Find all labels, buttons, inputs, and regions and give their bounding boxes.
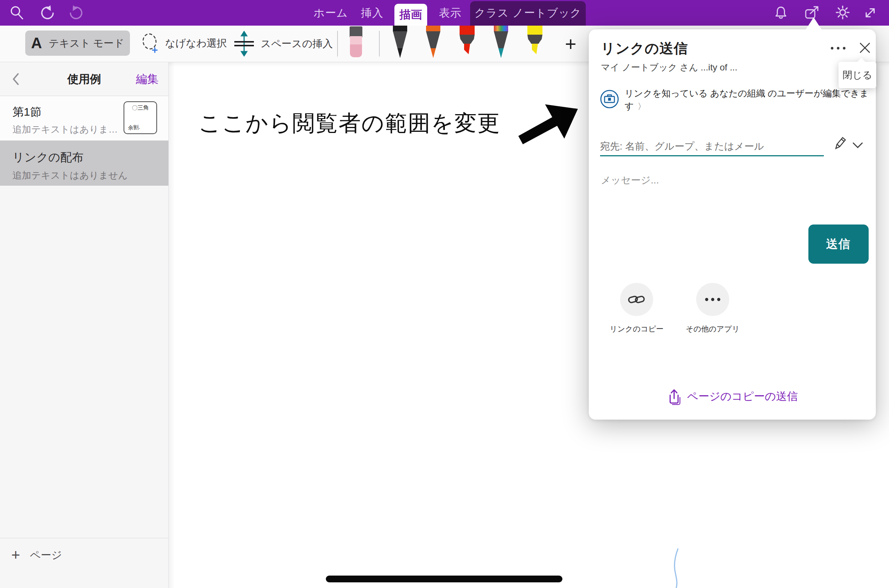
text-mode-a-icon: A bbox=[31, 35, 42, 52]
canvas-annotation-text: ここから閲覧者の範囲を変更 bbox=[199, 108, 500, 139]
page-title: リンクの配布 bbox=[12, 150, 84, 165]
thumbnail-handwriting: 余割. bbox=[128, 124, 140, 131]
page-title: 第1節 bbox=[12, 104, 41, 120]
copy-link-label: リンクのコピー bbox=[605, 324, 668, 334]
tab-view[interactable]: 表示 bbox=[436, 0, 464, 26]
redo-icon[interactable] bbox=[68, 5, 84, 21]
eraser-tool[interactable] bbox=[347, 26, 365, 60]
top-app-bar: ホーム 挿入 描画 表示 クラス ノートブック bbox=[0, 0, 889, 26]
page-subtitle: 追加テキストはありま… bbox=[12, 123, 118, 136]
red-highlighter[interactable] bbox=[457, 26, 478, 60]
more-apps-button[interactable] bbox=[696, 283, 729, 316]
dialog-title: リンクの送信 bbox=[601, 39, 688, 58]
sidebar-header: 使用例 編集 bbox=[0, 62, 168, 96]
expand-icon[interactable] bbox=[862, 5, 878, 21]
close-tooltip: 閉じる bbox=[839, 62, 876, 88]
tab-draw[interactable]: 描画 bbox=[394, 4, 427, 26]
gear-icon[interactable] bbox=[835, 5, 851, 20]
lasso-icon bbox=[140, 32, 160, 54]
close-icon[interactable] bbox=[857, 40, 873, 56]
notebook-scope-subtitle: マイ ノートブック さん ...ity of ... bbox=[601, 61, 737, 73]
toolbar-divider bbox=[337, 31, 338, 57]
toolbar-divider bbox=[379, 31, 380, 57]
tab-class-notebook[interactable]: クラス ノートブック bbox=[470, 1, 586, 26]
page-list-item[interactable]: 第1節 追加テキストはありま… 〇三角 余割. bbox=[0, 96, 168, 141]
page-subtitle: 追加テキストはありません bbox=[12, 169, 128, 182]
plus-icon: + bbox=[11, 547, 20, 564]
more-apps-label: その他のアプリ bbox=[681, 324, 744, 334]
search-icon[interactable] bbox=[9, 5, 25, 21]
lasso-select-label: なげなわ選択 bbox=[165, 37, 227, 50]
sidebar-footer: + ページ bbox=[0, 538, 168, 588]
thumbnail-handwriting: 〇三角 bbox=[124, 104, 157, 112]
insert-space-icon bbox=[233, 31, 255, 57]
orange-pen[interactable] bbox=[423, 26, 443, 60]
lasso-select-button[interactable]: なげなわ選択 bbox=[140, 32, 227, 54]
insert-space-label: スペースの挿入 bbox=[261, 37, 333, 50]
ink-stroke-line bbox=[326, 576, 562, 582]
recipient-input[interactable] bbox=[600, 137, 824, 156]
text-mode-button[interactable]: A テキスト モード bbox=[25, 31, 130, 56]
page-thumbnail: 〇三角 余割. bbox=[124, 101, 157, 134]
popover-caret bbox=[805, 17, 822, 30]
add-page-label: ページ bbox=[30, 548, 62, 562]
upload-icon bbox=[667, 388, 682, 405]
insert-space-button[interactable]: スペースの挿入 bbox=[233, 31, 333, 57]
chevron-right-icon: 〉 bbox=[638, 102, 646, 111]
edit-button[interactable]: 編集 bbox=[136, 62, 159, 96]
rainbow-pen[interactable] bbox=[491, 26, 511, 60]
copy-link-button[interactable] bbox=[620, 283, 653, 316]
tab-insert[interactable]: 挿入 bbox=[359, 0, 386, 26]
add-page-button[interactable]: + ページ bbox=[11, 547, 62, 564]
page-list-item-selected[interactable]: リンクの配布 追加テキストはありません bbox=[0, 141, 168, 186]
send-page-copy-label: ページのコピーの送信 bbox=[687, 389, 798, 404]
link-icon bbox=[628, 293, 646, 306]
message-input[interactable] bbox=[601, 172, 834, 188]
undo-icon[interactable] bbox=[39, 5, 56, 21]
pen-row bbox=[390, 26, 545, 60]
pencil-icon[interactable] bbox=[832, 136, 848, 152]
tab-home[interactable]: ホーム bbox=[313, 0, 348, 26]
more-options-icon[interactable] bbox=[827, 44, 849, 53]
send-page-copy-link[interactable]: ページのコピーの送信 bbox=[589, 388, 876, 405]
arrow-annotation bbox=[515, 100, 583, 147]
send-link-dialog: リンクの送信 マイ ノートブック さん ...ity of ... リンクを知っ… bbox=[589, 29, 876, 420]
bell-icon[interactable] bbox=[773, 5, 788, 21]
yellow-highlighter[interactable] bbox=[524, 26, 545, 60]
page-list-sidebar: 使用例 編集 第1節 追加テキストはありま… 〇三角 余割. リンクの配布 追加… bbox=[0, 62, 169, 588]
add-pen-button[interactable]: + bbox=[561, 32, 581, 57]
briefcase-icon[interactable] bbox=[600, 89, 619, 109]
tooltip-label: 閉じる bbox=[839, 62, 876, 88]
ellipsis-icon bbox=[704, 297, 721, 302]
black-pen[interactable] bbox=[390, 26, 410, 60]
permission-label: リンクを知っている あなたの組織 のユーザーが編集できます bbox=[625, 88, 869, 111]
link-permission-setting[interactable]: リンクを知っている あなたの組織 のユーザーが編集できます〉 bbox=[625, 87, 872, 113]
send-button[interactable]: 送信 bbox=[808, 225, 869, 264]
chevron-down-icon[interactable] bbox=[852, 141, 863, 149]
text-mode-label: テキスト モード bbox=[49, 37, 124, 50]
